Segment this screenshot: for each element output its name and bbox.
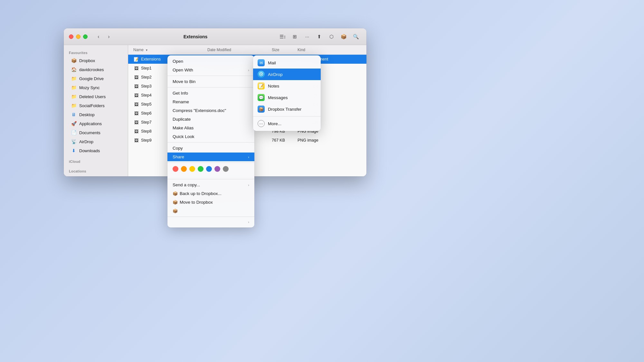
share-menu-item-mail[interactable]: ✉ Mail xyxy=(253,57,321,69)
file-icon: 🖼 xyxy=(133,92,139,98)
menu-item-open[interactable]: Open xyxy=(167,57,254,66)
color-tag-orange[interactable] xyxy=(181,166,187,172)
menu-item-tags[interactable] xyxy=(167,174,254,178)
menu-separator-1 xyxy=(167,76,254,76)
sidebar-item-deleted-users[interactable]: 📁 Deleted Users xyxy=(66,92,126,101)
share-submenu: ✉ Mail AirDrop 📝 Notes 💬 Messages 📦 Drop… xyxy=(253,55,321,131)
file-name: Step9 xyxy=(141,138,152,143)
color-tag-red[interactable] xyxy=(173,166,178,172)
dropbox-button[interactable]: 📦 xyxy=(339,32,349,41)
menu-item-compress[interactable]: Compress "Extensions.doc" xyxy=(167,106,254,115)
color-tag-purple[interactable] xyxy=(214,166,220,172)
col-header-name[interactable]: Name ▾ xyxy=(133,48,207,52)
menu-item-quick-actions[interactable]: Send a copy... › xyxy=(167,181,254,189)
sort-indicator: ▾ xyxy=(146,48,147,52)
file-icon: 🖼 xyxy=(133,137,139,143)
desktop-icon: 🖥 xyxy=(71,112,77,117)
sidebar-item-google-drive[interactable]: 📁 Google Drive xyxy=(66,74,126,83)
folder-icon-social: 📁 xyxy=(71,103,77,108)
dropbox-transfer-icon: 📦 xyxy=(258,106,265,113)
notes-icon: 📝 xyxy=(258,82,265,89)
send-copy-icon: 📦 xyxy=(173,191,178,196)
search-button[interactable]: 🔍 xyxy=(351,32,361,41)
fullscreen-button[interactable] xyxy=(83,34,88,39)
menu-item-get-info[interactable]: Get Info xyxy=(167,89,254,97)
sidebar-item-mozy-sync[interactable]: 📁 Mozy Sync xyxy=(66,83,126,92)
share-separator xyxy=(253,116,321,116)
menu-item-move-to-bin[interactable]: Move to Bin xyxy=(167,77,254,86)
sidebar-item-documents[interactable]: 📄 Documents xyxy=(66,128,126,137)
file-icon: 🖼 xyxy=(133,110,139,116)
context-menu: Open Open With › Move to Bin Get Info Re… xyxy=(167,55,254,227)
share-menu-item-dropbox-transfer[interactable]: 📦 Dropbox Transfer xyxy=(253,103,321,115)
share-menu-item-more[interactable]: ··· More... xyxy=(253,118,321,129)
col-header-size[interactable]: Size xyxy=(272,48,298,52)
menu-item-backup-dropbox[interactable]: 📦 Move to Dropbox xyxy=(167,198,254,207)
title-bar: ‹ › Extensions ☰↕ ⊞ ··· ⬆ ⬡ 📦 🔍 xyxy=(64,28,366,45)
share-arrow-icon: › xyxy=(248,155,249,159)
menu-item-share[interactable]: Share › xyxy=(167,153,254,161)
file-name: Step8 xyxy=(141,129,152,134)
menu-item-move-to-dropbox[interactable]: 📦 xyxy=(167,207,254,215)
file-name: Step2 xyxy=(141,75,152,79)
share-button[interactable]: ⬆ xyxy=(314,32,325,41)
menu-item-open-with[interactable]: Open With › xyxy=(167,66,254,74)
sidebar-label-deleted-users: Deleted Users xyxy=(79,94,106,99)
home-icon: 🏠 xyxy=(71,67,77,72)
menu-item-duplicate[interactable]: Duplicate xyxy=(167,115,254,124)
file-name: Step6 xyxy=(141,111,152,116)
sidebar-item-desktop[interactable]: 🖥 Desktop xyxy=(66,110,126,119)
menu-item-rename[interactable]: Rename xyxy=(167,97,254,106)
col-header-date[interactable]: Date Modified xyxy=(207,48,272,52)
minimize-button[interactable] xyxy=(76,34,80,39)
color-tag-yellow[interactable] xyxy=(189,166,195,172)
menu-separator-4 xyxy=(167,162,254,163)
file-name: Step7 xyxy=(141,120,152,125)
sidebar-item-davidcrookes[interactable]: 🏠 davidcrookes xyxy=(66,65,126,74)
list-view-button[interactable]: ☰↕ xyxy=(278,32,288,41)
traffic-lights xyxy=(69,34,88,39)
sidebar-label-desktop: Desktop xyxy=(79,112,95,117)
folder-icon-googledrive: 📁 xyxy=(71,76,77,81)
forward-button[interactable]: › xyxy=(104,32,113,41)
favourites-label: Favourites xyxy=(64,49,128,56)
dropbox-icon: 📦 xyxy=(71,58,77,63)
tag-button[interactable]: ⬡ xyxy=(327,32,337,41)
menu-item-copy[interactable]: Copy xyxy=(167,144,254,153)
sidebar-label-applications: Applications xyxy=(79,121,102,126)
grid-view-button[interactable]: ⊞ xyxy=(290,32,300,41)
sidebar-label-documents: Documents xyxy=(79,130,100,135)
sidebar-label-mozy-sync: Mozy Sync xyxy=(79,85,100,90)
sidebar-item-dropbox[interactable]: 📦 Dropbox xyxy=(66,56,126,65)
color-tag-gray[interactable] xyxy=(223,166,229,172)
share-menu-item-notes[interactable]: 📝 Notes xyxy=(253,80,321,92)
share-menu-item-airdrop[interactable]: AirDrop xyxy=(253,69,321,80)
file-size: 767 KB xyxy=(272,138,298,143)
quick-actions-arrow-icon: › xyxy=(248,183,249,187)
sidebar-item-applications[interactable]: 🚀 Applications xyxy=(66,119,126,128)
close-button[interactable] xyxy=(69,34,73,39)
more-options-button[interactable]: ··· xyxy=(302,32,312,41)
menu-separator-6 xyxy=(167,217,254,217)
file-name: Extensions xyxy=(141,57,161,61)
color-tag-blue[interactable] xyxy=(206,166,212,172)
toolbar-right: ☰↕ ⊞ ··· ⬆ ⬡ 📦 🔍 xyxy=(278,32,361,41)
documents-icon: 📄 xyxy=(71,130,77,135)
color-tags-row xyxy=(167,164,254,174)
svg-point-1 xyxy=(260,74,262,75)
menu-item-quick-look[interactable]: Quick Look xyxy=(167,132,254,141)
downloads-icon: ⬇ xyxy=(71,148,77,153)
menu-item-send-copy[interactable]: 📦 Back up to Dropbox... xyxy=(167,189,254,198)
col-header-kind[interactable]: Kind xyxy=(298,48,361,52)
file-name: Step5 xyxy=(141,102,152,107)
sidebar-item-downloads[interactable]: ⬇ Downloads xyxy=(66,146,126,155)
share-menu-item-messages[interactable]: 💬 Messages xyxy=(253,92,321,103)
menu-item-services[interactable]: › xyxy=(167,218,254,226)
icloud-label: iCloud xyxy=(64,158,128,165)
menu-item-make-alias[interactable]: Make Alias xyxy=(167,124,254,132)
sidebar-item-airdrop[interactable]: 📡 AirDrop xyxy=(66,137,126,146)
color-tag-green[interactable] xyxy=(198,166,204,172)
back-button[interactable]: ‹ xyxy=(94,32,103,41)
file-icon: 🖼 xyxy=(133,83,139,89)
sidebar-item-social-folders[interactable]: 📁 SocialFolders xyxy=(66,101,126,110)
